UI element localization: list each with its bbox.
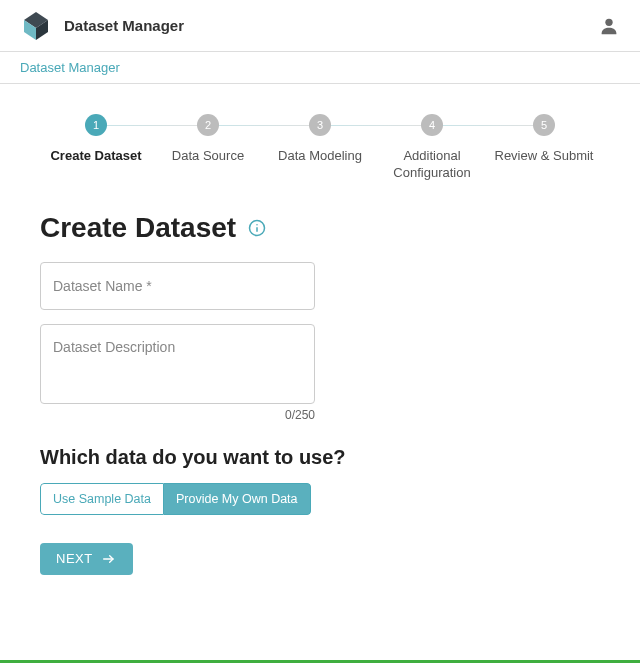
stepper: 1 Create Dataset 2 Data Source 3 Data Mo… [40,114,600,182]
data-choice-toggle: Use Sample Data Provide My Own Data [40,483,311,515]
dataset-name-field-wrapper [40,262,315,310]
char-counter: 0/250 [40,408,315,422]
step-data-modeling[interactable]: 3 Data Modeling [264,114,376,165]
dataset-name-input[interactable] [53,278,302,294]
step-label: Create Dataset [50,148,141,165]
step-data-source[interactable]: 2 Data Source [152,114,264,165]
next-button[interactable]: NEXT [40,543,133,575]
step-connector [96,125,208,126]
step-number: 4 [421,114,443,136]
info-icon[interactable] [248,219,266,237]
step-create-dataset[interactable]: 1 Create Dataset [40,114,152,165]
page-heading-row: Create Dataset [40,212,600,244]
data-choice-heading: Which data do you want to use? [40,446,600,469]
use-sample-data-button[interactable]: Use Sample Data [40,483,164,515]
step-connector [208,125,320,126]
svg-point-6 [256,224,258,226]
topbar: Dataset Manager [0,0,640,52]
app-logo-icon [20,10,52,42]
step-connector [320,125,432,126]
step-label: Data Modeling [278,148,362,165]
step-number: 2 [197,114,219,136]
arrow-right-icon [101,551,117,567]
svg-point-3 [605,18,612,25]
step-number: 5 [533,114,555,136]
step-number: 1 [85,114,107,136]
dataset-description-field-wrapper [40,324,315,404]
step-number: 3 [309,114,331,136]
provide-own-data-button[interactable]: Provide My Own Data [164,483,311,515]
breadcrumb: Dataset Manager [0,52,640,84]
step-label: Review & Submit [495,148,594,165]
step-connector [432,125,544,126]
page-title: Create Dataset [40,212,236,244]
dataset-description-input[interactable] [53,339,302,371]
step-label: Additional Configuration [382,148,482,182]
step-label: Data Source [172,148,244,165]
topbar-left: Dataset Manager [20,10,184,42]
app-title: Dataset Manager [64,17,184,34]
breadcrumb-root-link[interactable]: Dataset Manager [20,60,120,75]
next-button-label: NEXT [56,551,93,566]
user-icon[interactable] [598,15,620,37]
main-content: 1 Create Dataset 2 Data Source 3 Data Mo… [0,84,640,595]
step-review-submit[interactable]: 5 Review & Submit [488,114,600,165]
